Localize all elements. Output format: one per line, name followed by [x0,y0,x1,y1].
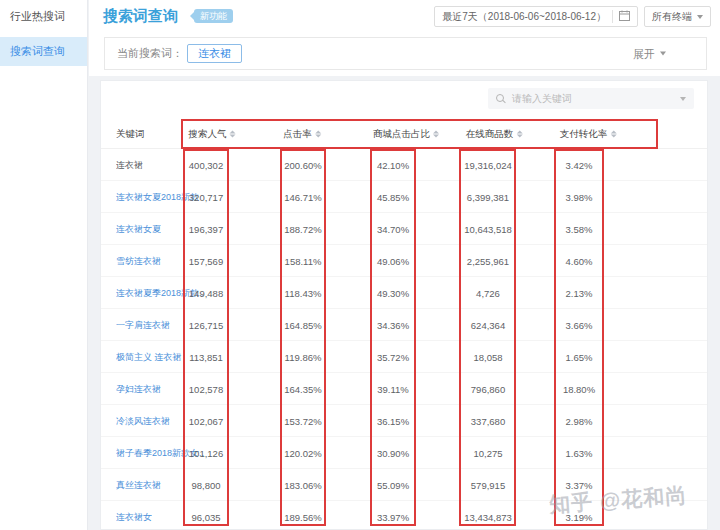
cell-value: 55.09% [377,479,409,490]
cell-value: 579,915 [471,479,505,490]
cell-value: 400,302 [189,159,223,170]
cell-value: 113,851 [189,351,223,362]
column-header-label: 支付转化率 [560,127,608,140]
cell-value: 126,715 [189,319,223,330]
title-row: 搜索词查询 新功能 最近7天（2018-06-06~2018-06-12） 所有… [89,0,720,33]
table-row: 连衣裙女夏196,397188.72%34.70%10,643,5183.58% [101,213,707,245]
cell-value: 39.11% [377,383,409,394]
date-range-label: 最近7天（2018-06-06~2018-06-12） [442,10,606,24]
sidebar: 行业热搜词 搜索词查询 [0,0,88,530]
cell-value: 2.13% [566,287,593,298]
cell-value: 4,726 [476,287,500,298]
cell-value: 200.60% [284,159,322,170]
cell-value: 796,860 [471,383,505,394]
chevron-down-icon [660,52,666,56]
cell-value: 3.98% [566,191,593,202]
search-placeholder: 请输入关键词 [512,92,680,106]
column-header-sortable[interactable]: 在线商品数 [466,127,523,140]
cell-value: 149,488 [189,287,223,298]
cell-value: 120.02% [284,447,322,458]
sort-icon[interactable] [610,130,616,137]
cell-value: 1.63% [566,447,593,458]
keyword-link[interactable]: 连衣裙女夏 [116,222,161,235]
keyword-link[interactable]: 连衣裙女夏2018新款 [116,190,199,203]
cell-value: 118.43% [285,287,322,298]
keyword-link[interactable]: 极简主义 连衣裙 [116,350,182,363]
cell-value: 146.71% [284,191,322,202]
cell-value: 164.85% [284,319,322,330]
cell-value: 1.65% [566,351,593,362]
cell-value: 196,397 [189,223,223,234]
column-header-label: 点击率 [283,127,312,140]
table-row: 连衣裙女夏2018新款320,717146.71%45.85%6,399,381… [101,181,707,213]
current-search-label: 当前搜索词： [117,46,183,61]
cell-value: 320,717 [189,191,223,202]
table-row: 连衣裙400,302200.60%42.10%19,316,0243.42% [101,149,707,181]
cell-value: 49.30% [377,287,409,298]
cell-value: 34.36% [377,319,409,330]
sort-icon[interactable] [433,130,439,137]
column-header-label: 在线商品数 [466,127,514,140]
calendar-icon[interactable] [619,10,630,23]
table-header: 关键词 搜索人气点击率商城点击占比在线商品数支付转化率 [101,119,707,149]
keyword-link[interactable]: 真丝连衣裙 [116,478,161,491]
page-title: 搜索词查询 [103,7,178,26]
new-feature-badge: 新功能 [194,9,233,23]
sidebar-item-search-word-query[interactable]: 搜索词查询 [0,37,87,66]
cell-value: 624,364 [471,319,505,330]
cell-value: 30.90% [377,447,409,458]
cell-value: 18.80% [563,383,595,394]
column-header-sortable[interactable]: 搜索人气 [189,127,236,140]
cell-value: 19,316,024 [464,159,512,170]
terminal-filter-dropdown[interactable]: 所有终端 [644,6,711,27]
current-search-panel: 当前搜索词： 连衣裙 展开 [104,37,707,70]
sort-icon[interactable] [230,130,236,137]
divider [612,10,613,23]
table-row: 连衣裙夏季2018新款...149,488118.43%49.30%4,7262… [101,277,707,309]
table-row: 极简主义 连衣裙113,851119.86%35.72%18,0581.65% [101,341,707,373]
table-row: 裙子春季2018新款女...101,126120.02%30.90%10,275… [101,437,707,469]
column-header-sortable[interactable]: 点击率 [283,127,321,140]
cell-value: 158.11% [285,255,322,266]
keyword-link[interactable]: 连衣裙女 [116,510,152,523]
column-header-keyword: 关键词 [116,127,145,140]
caret-down-icon[interactable] [680,97,686,101]
keyword-link[interactable]: 冷淡风连衣裙 [116,414,170,427]
cell-value: 34.70% [377,223,409,234]
expand-toggle[interactable]: 展开 [633,46,666,61]
table-body: 连衣裙400,302200.60%42.10%19,316,0243.42%连衣… [101,149,707,530]
page-header: 搜索词查询 新功能 最近7天（2018-06-06~2018-06-12） 所有… [89,0,720,76]
sort-icon[interactable] [315,130,321,137]
search-icon [496,94,506,104]
expand-label: 展开 [633,46,655,61]
sidebar-item-industry-hot-words[interactable]: 行业热搜词 [0,2,87,31]
column-header-label: 搜索人气 [189,127,227,140]
current-keyword-tag[interactable]: 连衣裙 [187,44,242,63]
cell-value: 183.06% [284,479,322,490]
cell-value: 36.15% [377,415,409,426]
cell-value: 4.60% [566,255,593,266]
cell-value: 10,275 [473,447,502,458]
cell-value: 10,643,518 [464,223,512,234]
table-row: 孕妇连衣裙102,578164.35%39.11%796,86018.80% [101,373,707,405]
cell-value: 45.85% [377,191,409,202]
date-range-picker[interactable]: 最近7天（2018-06-06~2018-06-12） [434,6,638,27]
cell-value: 102,067 [189,415,223,426]
table-row: 雪纺连衣裙157,569158.11%49.06%2,255,9614.60% [101,245,707,277]
keyword-search-input[interactable]: 请输入关键词 [488,88,694,109]
cell-value: 42.10% [377,159,409,170]
cell-value: 157,569 [189,255,223,266]
column-header-sortable[interactable]: 商城点击占比 [373,127,439,140]
cell-value: 49.06% [377,255,409,266]
search-results-card: 请输入关键词 关键词 搜索人气点击率商城点击占比在线商品数支付转化率 连衣裙40… [100,80,708,530]
cell-value: 13,434,873 [464,511,512,522]
cell-value: 6,399,381 [467,191,509,202]
keyword-link[interactable]: 一字肩连衣裙 [116,318,170,331]
cell-value: 119.86% [285,351,322,362]
sort-icon[interactable] [516,130,522,137]
keyword-link[interactable]: 孕妇连衣裙 [116,382,161,395]
table-row: 一字肩连衣裙126,715164.85%34.36%624,3643.66% [101,309,707,341]
keyword-link[interactable]: 雪纺连衣裙 [116,254,161,267]
cell-value: 35.72% [377,351,409,362]
column-header-sortable[interactable]: 支付转化率 [560,127,617,140]
